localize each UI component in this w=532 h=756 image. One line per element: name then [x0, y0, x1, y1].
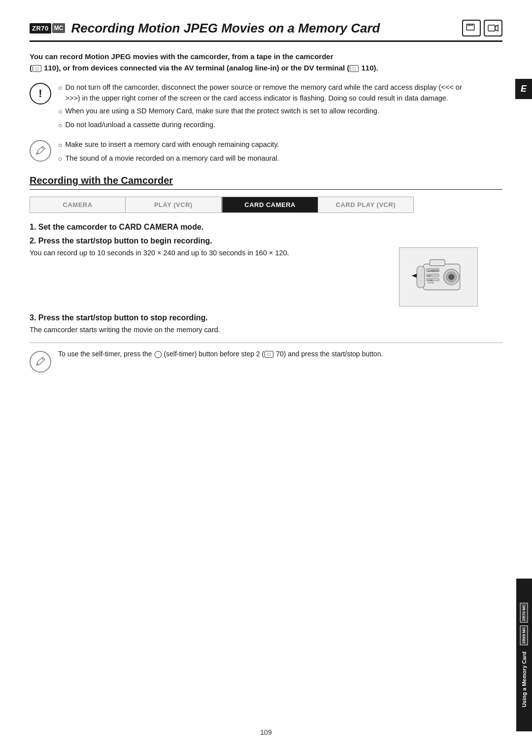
sidebar-badge-zr70: ZR70 MC: [520, 603, 528, 622]
ref-box-1: □: [33, 65, 41, 72]
camcorder-illustration: CAMERA OFF PLAY (VCR): [404, 252, 473, 302]
bullet-circle-1: ○: [58, 83, 62, 104]
svg-rect-22: [417, 266, 425, 288]
svg-rect-13: [430, 260, 445, 266]
warning-content: ○ Do not turn off the camcorder, disconn…: [58, 82, 478, 133]
note-bullet-2: ○ The sound of a movie recorded on a mem…: [58, 153, 478, 165]
svg-text:OFF: OFF: [427, 275, 432, 277]
right-tab-letter: E: [521, 84, 527, 94]
ref-box-3: □: [265, 351, 273, 358]
svg-text:(VCR): (VCR): [428, 281, 434, 284]
step-2-image: CAMERA OFF PLAY (VCR): [399, 247, 478, 307]
step-2-content: You can record up to 10 seconds in 320 ×…: [30, 247, 478, 307]
note-text-1: Make sure to insert a memory card with e…: [65, 139, 279, 151]
page-header: ZR70MC Recording Motion JPEG Movies on a…: [30, 20, 502, 42]
note-icon-1: [30, 140, 51, 162]
model-badge: ZR70MC: [30, 23, 65, 34]
right-tab: E: [515, 79, 532, 99]
tab-camera[interactable]: CAMERA: [30, 197, 126, 212]
warning-bullet-2: ○ When you are using a SD Memory Card, m…: [58, 105, 478, 117]
step-3-title: 3. Press the start/stop button to stop r…: [30, 313, 478, 322]
sidebar-label: Using a Memory Card: [521, 652, 527, 707]
step-3-description: The camcorder starts writing the movie o…: [30, 324, 478, 335]
note-circle-1: ○: [58, 140, 62, 151]
note-section-2: To use the self-timer, press the ◯ (self…: [30, 343, 502, 373]
svg-text:CAMERA: CAMERA: [428, 269, 439, 272]
svg-rect-5: [488, 25, 495, 31]
page-container: E ZR70MC Recording Motion JPEG Movies on…: [0, 0, 532, 756]
header-title: Recording Motion JPEG Movies on a Memory…: [71, 21, 380, 36]
model-mc: MC: [52, 23, 66, 33]
intro-strong: You can record Motion JPEG movies with t…: [30, 52, 378, 72]
video-camera-icon: [487, 23, 499, 34]
note-content-1: ○ Make sure to insert a memory card with…: [58, 139, 478, 166]
step-2-title: 2. Press the start/stop button to begin …: [30, 237, 478, 245]
camera-icon-box: [462, 20, 481, 36]
note-circle-2: ○: [58, 154, 62, 165]
video-icon-box: [484, 20, 502, 36]
sidebar-vertical: ZR70 MC ZR65 MC Using a Memory Card: [516, 579, 532, 731]
section-heading: Recording with the Camcorder: [30, 175, 502, 190]
bullet-circle-3: ○: [58, 120, 62, 131]
note-text-2: The sound of a movie recorded on a memor…: [65, 153, 279, 165]
step-2: 2. Press the start/stop button to begin …: [30, 237, 478, 307]
model-zr70: ZR70: [30, 23, 51, 34]
page-number: 109: [260, 728, 271, 736]
tab-play-vcr[interactable]: PLAY (VCR): [126, 197, 221, 212]
note-bullet-1: ○ Make sure to insert a memory card with…: [58, 139, 478, 151]
step-1-title: 1. Set the camcorder to CARD CAMERA mode…: [30, 223, 478, 232]
note-2-content: To use the self-timer, press the ◯ (self…: [58, 349, 478, 373]
warning-text-3: Do not load/unload a cassette during rec…: [65, 119, 215, 131]
header-icons: [462, 20, 502, 36]
warning-section: ! ○ Do not turn off the camcorder, disco…: [30, 82, 502, 133]
warning-bullet-3: ○ Do not load/unload a cassette during r…: [58, 119, 478, 131]
tab-card-play-vcr[interactable]: CARD PLAY (VCR): [318, 197, 413, 212]
note-section-1: ○ Make sure to insert a memory card with…: [30, 139, 502, 166]
warning-bullet-1: ○ Do not turn off the camcorder, disconn…: [58, 82, 478, 104]
steps-section: 1. Set the camcorder to CARD CAMERA mode…: [30, 223, 502, 335]
bullet-circle-2: ○: [58, 106, 62, 117]
svg-text:PLAY: PLAY: [428, 279, 433, 281]
step-1: 1. Set the camcorder to CARD CAMERA mode…: [30, 223, 478, 232]
sidebar-badge-zr65: ZR65 MC: [520, 625, 528, 645]
intro-text: You can record Motion JPEG movies with t…: [30, 51, 502, 74]
step-2-description: You can record up to 10 seconds in 320 ×…: [30, 247, 389, 258]
svg-point-12: [448, 274, 454, 280]
header-title-block: ZR70MC Recording Motion JPEG Movies on a…: [30, 21, 456, 36]
svg-marker-6: [495, 25, 498, 31]
pencil-icon: [34, 144, 47, 157]
memory-card-icon: [466, 23, 477, 34]
pencil-icon-2: [34, 355, 47, 368]
step-3: 3. Press the start/stop button to stop r…: [30, 313, 478, 335]
tab-card-camera[interactable]: CARD CAMERA: [223, 197, 318, 212]
warning-text-1: Do not turn off the camcorder, disconnec…: [65, 82, 478, 104]
mode-tabs: CAMERA PLAY (VCR) CARD CAMERA CARD PLAY …: [30, 197, 414, 213]
warning-icon: !: [30, 83, 51, 104]
ref-box-2: □: [350, 65, 359, 72]
note-icon-2: [30, 351, 51, 373]
warning-text-2: When you are using a SD Memory Card, mak…: [65, 105, 379, 117]
